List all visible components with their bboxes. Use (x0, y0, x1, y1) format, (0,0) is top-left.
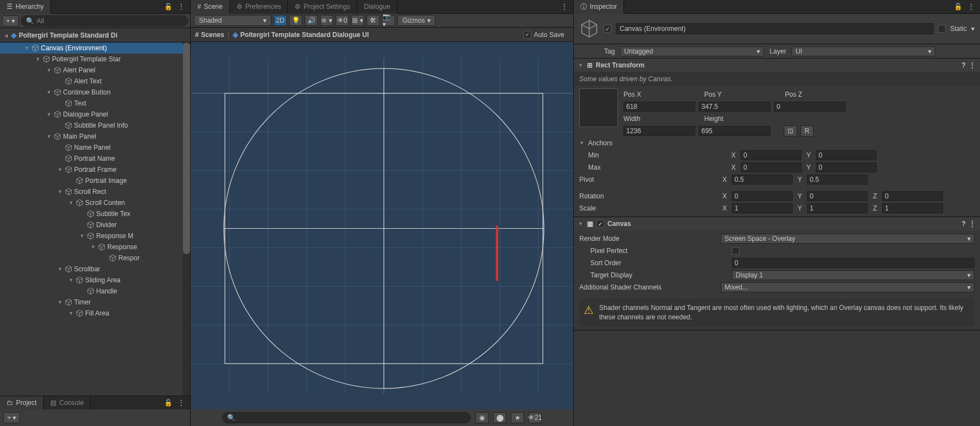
hidden-toggle[interactable]: 👁0 (336, 15, 349, 26)
foldout-icon[interactable]: ▼ (69, 311, 74, 316)
foldout-icon[interactable]: ▼ (57, 266, 63, 272)
project-tab[interactable]: 🗀 Project (0, 396, 44, 410)
width-input[interactable] (623, 126, 695, 136)
rot-z-input[interactable] (882, 191, 943, 201)
foldout-icon[interactable]: ▼ (578, 221, 584, 227)
scene-view[interactable] (191, 42, 573, 409)
tree-item[interactable]: Divider (0, 219, 190, 230)
foldout-icon[interactable]: ▼ (57, 167, 63, 172)
hierarchy-search[interactable]: 🔍 All (21, 15, 188, 27)
tree-item[interactable]: ▼Dialogue Panel (0, 109, 190, 120)
component-header[interactable]: ▼ ⊞ Rect Transform ? ⋮ (574, 59, 980, 72)
help-icon[interactable]: ? (962, 220, 966, 228)
tree-item[interactable]: ▼Poltergirl Template Star (0, 54, 190, 65)
kebab-icon[interactable]: ⋮ (560, 2, 569, 11)
anchor-preset[interactable] (579, 88, 618, 127)
kebab-icon[interactable]: ⋮ (969, 61, 976, 69)
favorite-button[interactable]: ★ (511, 412, 524, 423)
foldout-icon[interactable]: ▼ (24, 45, 30, 51)
tree-item[interactable]: ▼Alert Panel (0, 65, 190, 76)
render-mode-dropdown[interactable]: Screen Space - Overlay▾ (721, 234, 974, 244)
tree-item[interactable]: Subtitle Tex (0, 208, 190, 219)
height-input[interactable] (699, 126, 771, 136)
camera-toggle[interactable]: 📷 ▾ (382, 15, 395, 26)
target-display-dropdown[interactable]: Display 1▾ (732, 270, 974, 280)
filter-type-button[interactable]: ◉ (475, 412, 489, 423)
filter-label-button[interactable]: ⬤ (493, 412, 506, 423)
scenes-link[interactable]: #Scenes (195, 31, 224, 39)
tree-item[interactable]: Name Panel (0, 142, 190, 153)
tree-item[interactable]: ▼Sliding Area (0, 275, 190, 286)
tree-item[interactable]: ▼Scrollbar (0, 264, 190, 275)
static-checkbox[interactable] (938, 25, 946, 33)
project-search[interactable]: 🔍 (222, 412, 471, 423)
scale-x-input[interactable] (732, 203, 793, 213)
posy-input[interactable] (699, 102, 771, 112)
autosave-toggle[interactable]: ✓ Auto Save (523, 31, 569, 39)
tree-item[interactable]: ▼Response M (0, 230, 190, 241)
draw-mode-dropdown[interactable]: Shaded▾ (194, 15, 271, 26)
preferences-tab[interactable]: ⚙Preferences (230, 0, 289, 14)
tree-item[interactable]: Alert Text (0, 76, 190, 87)
gizmos-dropdown[interactable]: Gizmos▾ (397, 15, 436, 26)
kebab-icon[interactable]: ⋮ (967, 2, 976, 11)
foldout-icon[interactable]: ▼ (46, 112, 52, 117)
prefab-breadcrumb[interactable]: ◈Poltergirl Template Standard Dialogue U… (233, 30, 369, 39)
tree-item[interactable]: Portrait Name (0, 153, 190, 164)
hierarchy-scrollbar[interactable] (183, 43, 190, 396)
lock-icon[interactable]: 🔓 (953, 2, 962, 11)
kebab-icon[interactable]: ⋮ (969, 220, 976, 228)
tree-item[interactable]: ▼Continue Button (0, 87, 190, 98)
autosave-checkbox[interactable]: ✓ (523, 31, 531, 39)
rot-y-input[interactable] (807, 191, 868, 201)
grid-toggle[interactable]: ⊞ ▾ (351, 15, 364, 26)
tree-item[interactable]: ▼Timer (0, 297, 190, 308)
tree-item[interactable]: ▼Fill Area (0, 308, 190, 319)
hierarchy-tree[interactable]: ▼Canvas (Environment)▼Poltergirl Templat… (0, 43, 190, 396)
sort-order-input[interactable] (732, 258, 974, 268)
tree-item[interactable]: ▼Canvas (Environment) (0, 43, 190, 54)
blueprint-button[interactable]: ⊡ (784, 125, 797, 136)
scale-z-input[interactable] (882, 203, 943, 213)
kebab-icon[interactable]: ⋮ (177, 398, 186, 407)
enable-checkbox[interactable]: ✓ (596, 220, 604, 228)
max-x-input[interactable] (741, 162, 801, 172)
console-tab[interactable]: ▤ Console (44, 396, 91, 410)
tree-item[interactable]: Handle (0, 286, 190, 297)
min-x-input[interactable] (741, 150, 801, 160)
posx-input[interactable] (623, 102, 695, 112)
tree-item[interactable]: ▼Scroll Conten (0, 197, 190, 208)
2d-toggle[interactable]: 2D (274, 15, 287, 26)
help-icon[interactable]: ? (962, 61, 966, 69)
audio-toggle[interactable]: 🔊 (305, 15, 318, 26)
tree-item[interactable]: Respor (0, 253, 190, 264)
add-button[interactable]: + ▾ (2, 15, 19, 27)
foldout-icon[interactable]: ▼ (46, 134, 52, 139)
pivot-x-input[interactable] (732, 175, 793, 185)
pixel-perfect-checkbox[interactable] (732, 247, 740, 255)
fx-toggle[interactable]: ≋ ▾ (320, 15, 333, 26)
tree-item[interactable]: Portrait Image (0, 175, 190, 186)
shader-channels-dropdown[interactable]: Mixed...▾ (721, 282, 974, 292)
foldout-icon[interactable]: ▼ (91, 244, 96, 250)
foldout-icon[interactable]: ▼ (46, 67, 52, 73)
active-checkbox[interactable]: ✓ (604, 25, 611, 33)
tree-item[interactable]: ▼Portrait Frame (0, 164, 190, 175)
tree-item[interactable]: Text (0, 98, 190, 109)
breadcrumb-scene[interactable]: ◈ Poltergirl Template Standard Di (11, 31, 117, 39)
raw-edit-button[interactable]: R (800, 125, 814, 136)
pivot-y-input[interactable] (807, 175, 868, 185)
rot-x-input[interactable] (732, 191, 793, 201)
scene-tab[interactable]: #Scene (191, 0, 230, 14)
max-y-input[interactable] (816, 162, 877, 172)
lock-icon[interactable]: 🔓 (164, 398, 172, 407)
component-header[interactable]: ▼ ▦ ✓ Canvas ? ⋮ (574, 217, 980, 230)
foldout-icon[interactable]: ▼ (57, 299, 63, 305)
static-dropdown[interactable]: ▾ (971, 25, 974, 33)
hidden-button[interactable]: 👁21 (528, 412, 542, 423)
tree-item[interactable]: Subtitle Panel Info (0, 120, 190, 131)
lock-icon[interactable]: 🔓 (164, 2, 172, 11)
foldout-icon[interactable]: ▼ (69, 200, 74, 206)
foldout-icon[interactable]: ▼ (578, 62, 584, 68)
foldout-icon[interactable]: ▼ (80, 233, 85, 239)
